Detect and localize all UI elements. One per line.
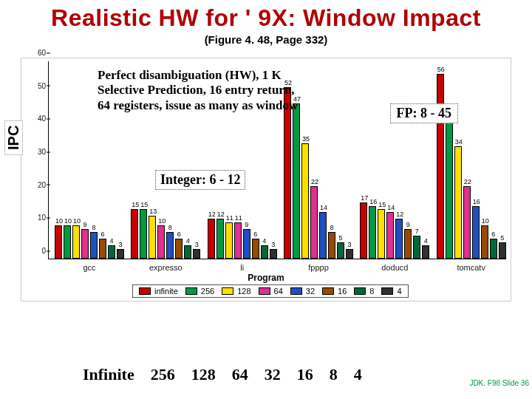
y-tick: 40 xyxy=(30,115,46,123)
y-tick: 20 xyxy=(30,180,46,188)
bar-value: 15 xyxy=(132,201,137,208)
legend-label: infinite xyxy=(154,287,178,296)
bar-value: 10 xyxy=(73,217,79,225)
footer-credit: JDK. F98 Slide 36 xyxy=(469,379,529,387)
category-label: li xyxy=(208,263,277,272)
bar-value: 35 xyxy=(302,135,308,143)
bar: 10 xyxy=(157,225,165,259)
bar: 3 xyxy=(117,249,124,259)
bar-value: 11 xyxy=(226,214,232,222)
bar: 6 xyxy=(175,239,183,259)
legend-label: 64 xyxy=(274,287,283,296)
category-label: tomcatv xyxy=(437,263,506,272)
bar-value: 15 xyxy=(140,201,146,208)
bar-value: 10 xyxy=(55,217,61,225)
bar: 8 xyxy=(166,232,174,259)
bar-value: 15 xyxy=(378,201,384,208)
legend-swatch xyxy=(381,287,393,295)
legend-label: 256 xyxy=(201,287,214,296)
bar-value: 4 xyxy=(185,237,191,245)
bar-value: 3 xyxy=(194,241,200,248)
bar-value: 11 xyxy=(235,214,241,222)
window-size-label: 4 xyxy=(354,365,362,384)
bar-value: 8 xyxy=(167,224,173,231)
bar-value: 9 xyxy=(244,221,250,228)
bar: 10 xyxy=(55,225,62,259)
legend-item: infinite xyxy=(139,287,178,296)
bar-value: 10 xyxy=(64,217,70,225)
legend-item: 8 xyxy=(354,287,374,296)
bar: 6 xyxy=(490,239,497,259)
window-size-label: 8 xyxy=(330,365,338,384)
bar-value: 56 xyxy=(437,66,443,73)
bar: 45 xyxy=(446,110,453,259)
legend-item: 32 xyxy=(290,287,315,296)
y-tick: 50 xyxy=(30,81,46,89)
legend-item: 4 xyxy=(381,287,401,296)
legend: infinite25612864321684 xyxy=(132,284,409,298)
legend-swatch xyxy=(290,287,302,295)
bar-value: 3 xyxy=(347,241,352,248)
bar: 15 xyxy=(140,209,147,259)
y-tick: 30 xyxy=(30,148,46,156)
bar: 8 xyxy=(90,232,98,259)
integer-note: Integer: 6 - 12 xyxy=(155,170,245,190)
category-label: gcc xyxy=(55,263,124,272)
legend-label: 128 xyxy=(237,287,250,296)
bar: 5 xyxy=(337,242,344,259)
bar-value: 8 xyxy=(91,224,97,231)
window-size-label: 32 xyxy=(265,365,281,384)
legend-swatch xyxy=(259,287,270,295)
bar-value: 5 xyxy=(338,234,344,242)
bar-value: 12 xyxy=(208,211,214,218)
bar-value: 17 xyxy=(361,194,366,202)
legend-swatch xyxy=(139,287,151,295)
bar: 12 xyxy=(395,219,403,259)
bar: 22 xyxy=(463,186,471,259)
bar-value: 6 xyxy=(491,231,497,238)
bar: 22 xyxy=(310,186,318,259)
bar-value: 4 xyxy=(423,237,429,245)
bar: 15 xyxy=(131,209,138,259)
legend-swatch xyxy=(354,287,366,295)
window-size-label: 16 xyxy=(297,365,313,384)
bar: 35 xyxy=(301,143,309,259)
legend-label: 4 xyxy=(397,287,401,296)
bar-value: 12 xyxy=(396,211,402,218)
legend-swatch xyxy=(185,287,197,295)
bar: 9 xyxy=(243,229,250,259)
legend-swatch xyxy=(222,287,233,295)
bar-value: 12 xyxy=(217,211,223,218)
legend-item: 64 xyxy=(259,287,283,296)
bar: 8 xyxy=(328,232,335,259)
legend-label: 16 xyxy=(338,287,347,296)
bar: 3 xyxy=(346,249,353,259)
bar: 56 xyxy=(437,74,444,259)
bar: 34 xyxy=(454,146,462,259)
bar-value: 22 xyxy=(311,178,317,185)
bar-value: 10 xyxy=(158,217,164,225)
x-axis-label: Program xyxy=(248,273,284,283)
bar-value: 10 xyxy=(482,217,488,225)
bar: 9 xyxy=(404,229,412,259)
bar: 3 xyxy=(270,249,277,259)
bar-value: 3 xyxy=(117,241,123,248)
bar-value: 13 xyxy=(149,208,155,215)
bar: 10 xyxy=(72,225,80,259)
bar-value: 6 xyxy=(100,231,106,238)
bar-value: 34 xyxy=(455,138,461,146)
bar: 6 xyxy=(252,239,259,259)
perfect-note: Perfect disambiguation (HW), 1 K Selecti… xyxy=(98,68,304,113)
bar-value: 4 xyxy=(109,237,115,245)
legend-label: 32 xyxy=(306,287,315,296)
category-label: expresso xyxy=(131,263,200,272)
bar-value: 9 xyxy=(405,221,411,228)
category-label: fpppp xyxy=(284,263,353,272)
bar-value: 14 xyxy=(387,204,393,211)
bar-value: 6 xyxy=(176,231,182,238)
legend-item: 256 xyxy=(185,287,214,296)
y-axis-label: IPC xyxy=(4,120,23,155)
window-size-label: 64 xyxy=(232,365,248,384)
bar: 12 xyxy=(208,219,215,259)
bar: 15 xyxy=(378,209,385,259)
